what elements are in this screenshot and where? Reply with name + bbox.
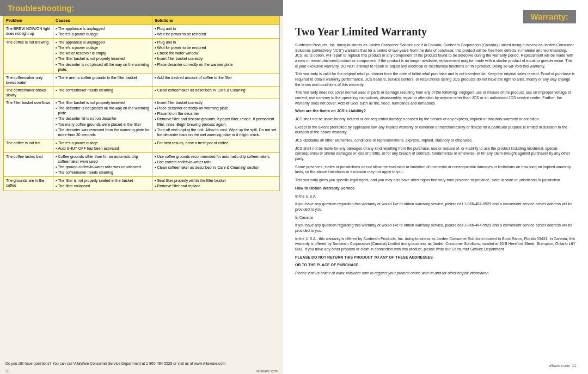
table-row: The grounds are in the coffee xyxy=(4,177,53,191)
col-causes: Causes xyxy=(53,16,152,25)
troubleshooting-header: Troubleshooting: xyxy=(0,0,283,16)
table-row: Coffee grounds other than for an automat… xyxy=(53,152,152,176)
table-row: The coffee is not hot xyxy=(4,139,53,152)
footer-note: Do you still have questions? You can cal… xyxy=(0,358,283,368)
table-row: The coffeemaker only brews water xyxy=(4,73,53,86)
table-row: The filter basket overflows xyxy=(4,99,53,139)
table-row: The coffeemaker brews slowly xyxy=(4,86,53,99)
table-row: The coffeemaker needs cleaning xyxy=(53,86,152,99)
table-row: The filter basket is not properly insert… xyxy=(53,99,152,139)
col-problem: Problem xyxy=(4,16,53,25)
page-num-right: villaware.com 11 xyxy=(295,364,576,367)
col-solutions: Solutions xyxy=(152,16,280,25)
table-row: The coffee is not brewing xyxy=(4,39,53,74)
table-row: The appliance is unpluggedThere's a powe… xyxy=(53,25,152,39)
table-row: Plug unit inWait for power to be restore… xyxy=(152,25,280,39)
table-row: Add the desired amount of coffee to the … xyxy=(152,73,280,86)
table-row: For best results, brew a fresh pot of co… xyxy=(152,139,280,152)
left-page: Troubleshooting: Problem Causes Solution… xyxy=(0,0,283,374)
table-row: The coffee tastes bad xyxy=(4,152,53,176)
table-row: The filter is not properly seated in the… xyxy=(53,177,152,191)
table-row: There are no coffee grounds in the filte… xyxy=(53,73,152,86)
table-row: The BREW NOW/ON light does not light up xyxy=(4,25,53,39)
table-row: The appliance is unpluggedThere's a powe… xyxy=(53,39,152,74)
warranty-title: Two Year Limited Warranty xyxy=(295,26,576,38)
troubleshooting-table: Problem Causes Solutions The BREW NOW/ON… xyxy=(3,16,280,191)
warranty-body: Sunbeam Products, Inc. doing business as… xyxy=(295,42,576,362)
table-row: Use coffee grounds recommended for autom… xyxy=(152,152,280,176)
table-row: Insert filter basket correctlyPlace deca… xyxy=(152,99,280,139)
warranty-header: Warranty: xyxy=(523,10,576,23)
table-row: Clean coffeemaker as described in 'Care … xyxy=(152,86,280,99)
page-num-left: 10 villaware.com xyxy=(0,368,283,374)
table-row: Plug unit inWait for power to be restore… xyxy=(152,39,280,74)
table-row: Seat filter properly within the filter b… xyxy=(152,177,280,191)
table-row: There's a power outageAuto SHUT-OFF has … xyxy=(53,139,152,152)
right-page: Warranty: Two Year Limited Warranty Sunb… xyxy=(283,0,588,374)
